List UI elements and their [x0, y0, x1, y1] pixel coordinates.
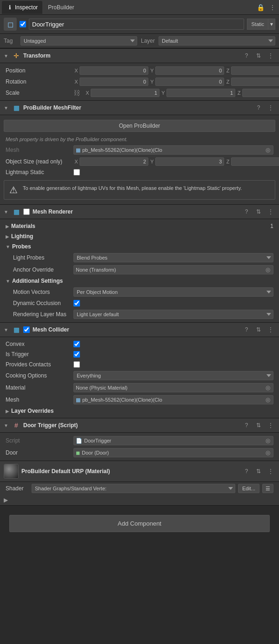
mesh-collider-settings-icon[interactable]: ⇅	[254, 325, 263, 334]
anchor-override-ref[interactable]: None (Transform) ◎	[73, 265, 273, 274]
object-name-input[interactable]	[29, 19, 244, 30]
obj-size-x-input	[80, 157, 148, 166]
collider-mesh-ref[interactable]: ▦ pb_Mesh-55262(Clone)(Clone)(Clo ◎	[73, 395, 273, 404]
dynamic-occlusion-checkbox[interactable]	[73, 300, 80, 306]
probuilder-section-header[interactable]: ▼ ▦ ProBuilder MeshFilter ? ⋮	[0, 100, 279, 115]
probuilder-help-icon[interactable]: ?	[254, 103, 263, 112]
menu-icon[interactable]: ⋮	[268, 3, 277, 12]
material-menu-icon[interactable]: ⋮	[266, 467, 275, 476]
door-trigger-help-icon[interactable]: ?	[242, 421, 251, 430]
position-z-field: Z	[225, 66, 279, 75]
scale-link-icon: ⛓	[73, 89, 80, 97]
mesh-ref[interactable]: ▦ pb_Mesh-55262(Clone)(Clone)(Clo ◎	[73, 145, 273, 155]
collider-mesh-ref-icon: ▦	[76, 397, 80, 403]
scale-x-input[interactable]	[91, 89, 159, 97]
door-ref[interactable]: ◼ Door (Door) ◎	[73, 448, 273, 457]
door-trigger-actions: ? ⇅ ⋮	[242, 421, 275, 430]
mesh-collider-chevron: ▼	[4, 327, 9, 332]
shader-list-button[interactable]: ☰	[262, 484, 273, 493]
additional-settings-label: Additional Settings	[12, 278, 63, 284]
mesh-ref-text: pb_Mesh-55262(Clone)(Clone)(Clo	[82, 147, 263, 153]
layer-select[interactable]: Default	[159, 36, 275, 46]
lock-icon[interactable]: 🔒	[256, 3, 265, 12]
probes-subsection[interactable]: ▼ Probes	[0, 241, 279, 252]
mesh-renderer-help-icon[interactable]: ?	[242, 207, 251, 216]
layer-overrides-subsection[interactable]: ▶ Layer Overrides	[0, 406, 279, 416]
collider-material-pick-btn[interactable]: ◎	[265, 384, 271, 391]
provides-contacts-checkbox[interactable]	[73, 361, 80, 368]
transform-menu-icon[interactable]: ⋮	[266, 51, 275, 60]
open-probuilder-button[interactable]: Open ProBuilder	[4, 120, 275, 132]
material-expand-row[interactable]: ▶	[0, 495, 279, 506]
anchor-override-pick-btn[interactable]: ◎	[265, 267, 271, 273]
script-ref[interactable]: 📄 DoorTrigger ◎	[73, 436, 273, 445]
rendering-layer-label: Rendering Layer Mas	[6, 311, 71, 318]
door-trigger-settings-icon[interactable]: ⇅	[254, 421, 263, 430]
is-trigger-label: Is Trigger	[6, 351, 71, 358]
probes-label: Probes	[12, 243, 31, 250]
door-trigger-menu-icon[interactable]: ⋮	[266, 421, 275, 430]
object-enabled-checkbox[interactable]	[20, 21, 26, 27]
mesh-renderer-enabled-checkbox[interactable]	[23, 208, 30, 215]
script-ref-pick-btn[interactable]: ◎	[265, 437, 271, 444]
static-dropdown-arrow[interactable]: ▾	[268, 19, 275, 30]
mesh-renderer-menu-icon[interactable]: ⋮	[266, 207, 275, 216]
probuilder-menu-icon[interactable]: ⋮	[266, 103, 275, 112]
warning-icon: ⚠	[8, 184, 19, 195]
static-label[interactable]: Static	[247, 19, 268, 30]
shader-edit-button[interactable]: Edit...	[238, 484, 259, 493]
transform-help-icon[interactable]: ?	[242, 51, 251, 60]
mesh-renderer-settings-icon[interactable]: ⇅	[254, 207, 263, 216]
cooking-options-dropdown[interactable]: Everything	[73, 371, 273, 380]
script-ref-text: DoorTrigger	[84, 438, 263, 443]
transform-chevron: ▼	[4, 53, 9, 59]
additional-settings-subsection[interactable]: ▼ Additional Settings	[0, 276, 279, 286]
anchor-override-row: Anchor Override None (Transform) ◎	[0, 264, 279, 276]
shader-select[interactable]: Shader Graphs/Standard Verte:	[32, 484, 235, 493]
position-x-input[interactable]	[80, 66, 148, 75]
tag-select[interactable]: Untagged	[20, 36, 137, 46]
mesh-collider-enabled-checkbox[interactable]	[23, 326, 30, 333]
mesh-collider-help-icon[interactable]: ?	[242, 325, 251, 334]
transform-settings-icon[interactable]: ⇅	[254, 51, 263, 60]
probuilder-title: ProBuilder MeshFilter	[23, 104, 251, 111]
position-y-field: Y	[149, 66, 224, 75]
position-z-input[interactable]	[231, 66, 279, 75]
material-settings-icon[interactable]: ⇅	[254, 467, 263, 476]
tab-probuilder[interactable]: ProBuilder	[43, 1, 79, 14]
mesh-collider-section-header[interactable]: ▼ ▦ Mesh Collider ? ⇅ ⋮	[0, 322, 279, 337]
position-y-input[interactable]	[155, 66, 224, 75]
door-trigger-section-header[interactable]: ▼ # Door Trigger (Script) ? ⇅ ⋮	[0, 418, 279, 433]
door-trigger-title: Door Trigger (Script)	[23, 422, 239, 429]
add-component-button[interactable]: Add Component	[9, 515, 270, 532]
transform-section-header[interactable]: ▼ ✛ Transform ? ⇅ ⋮	[0, 48, 279, 63]
mesh-ref-pick-btn[interactable]: ◎	[265, 147, 271, 153]
light-probes-dropdown[interactable]: Blend Probes	[73, 253, 273, 262]
convex-checkbox[interactable]	[73, 341, 80, 347]
scale-y-input[interactable]	[166, 89, 235, 97]
collider-mesh-pick-btn[interactable]: ◎	[265, 397, 271, 403]
is-trigger-checkbox[interactable]	[73, 351, 80, 358]
tab-inspector[interactable]: ℹ Inspector	[2, 1, 42, 14]
scale-xyz: X Y Z	[85, 89, 279, 97]
mesh-label: Mesh	[6, 147, 71, 153]
rendering-layer-dropdown[interactable]: Light Layer default	[73, 310, 273, 319]
rotation-x-input[interactable]	[80, 78, 148, 86]
mesh-renderer-section-header[interactable]: ▼ ▦ Mesh Renderer ? ⇅ ⋮	[0, 204, 279, 219]
lightmap-static-checkbox[interactable]	[73, 169, 80, 176]
materials-subsection[interactable]: ▶ Materials 1	[0, 221, 279, 231]
motion-vectors-dropdown[interactable]: Per Object Motion	[73, 287, 273, 297]
collider-material-ref[interactable]: None (Physic Material) ◎	[73, 383, 273, 392]
rotation-y-field: Y	[149, 78, 224, 86]
rotation-z-input[interactable]	[231, 78, 279, 86]
material-help-icon[interactable]: ?	[242, 467, 251, 476]
material-title: ProBuilder Default URP (Material)	[21, 468, 239, 475]
door-ref-pick-btn[interactable]: ◎	[265, 449, 271, 456]
rotation-y-input[interactable]	[155, 78, 224, 86]
mesh-renderer-chevron: ▼	[4, 209, 9, 215]
collider-mesh-label: Mesh	[6, 397, 71, 403]
scale-z-input[interactable]	[242, 89, 279, 97]
lighting-subsection[interactable]: ▶ Lighting	[0, 231, 279, 241]
mesh-collider-menu-icon[interactable]: ⋮	[266, 325, 275, 334]
motion-vectors-label: Motion Vectors	[6, 289, 71, 295]
